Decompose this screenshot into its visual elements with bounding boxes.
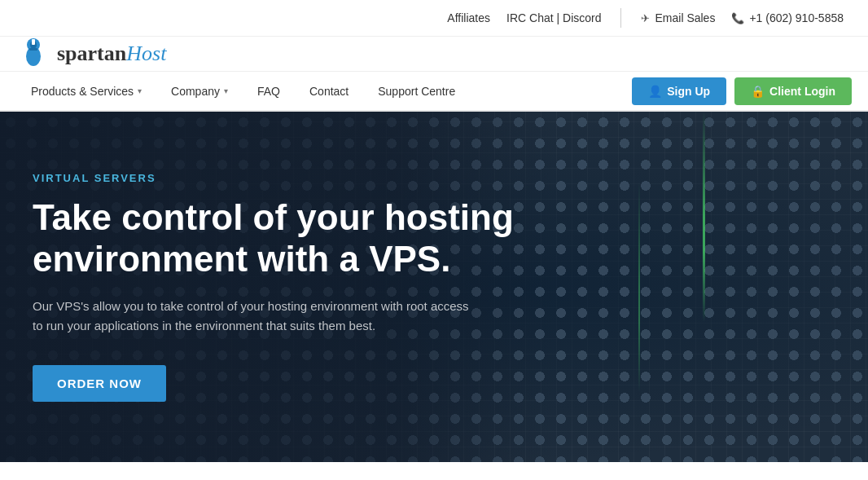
hero-eyebrow: VIRTUAL SERVERS (33, 172, 521, 184)
nav-contact[interactable]: Contact (295, 71, 363, 112)
logo[interactable]: spartanHost (16, 37, 166, 71)
nav-links: Products & Services ▾ Company ▾ FAQ Cont… (16, 71, 632, 112)
email-icon: ✈ (641, 12, 650, 24)
logo-text: spartanHost (57, 42, 166, 66)
hero-accent-line-1 (703, 112, 705, 462)
nav-company[interactable]: Company ▾ (156, 71, 243, 112)
top-bar-divider (620, 8, 621, 28)
hero-accent-line-2 (638, 112, 640, 462)
nav-faq[interactable]: FAQ (243, 71, 295, 112)
affiliates-link[interactable]: Affiliates (447, 11, 490, 24)
top-bar-links: Affiliates IRC Chat | Discord (447, 11, 601, 24)
hero-title: Take control of your hosting environment… (33, 197, 521, 280)
email-link[interactable]: Email Sales (655, 11, 715, 24)
phone-contact: 📞 +1 (602) 910-5858 (731, 11, 844, 24)
order-now-button[interactable]: ORDER NOW (33, 365, 166, 402)
nav-support[interactable]: Support Centre (363, 71, 470, 112)
top-bar: Affiliates IRC Chat | Discord ✈ Email Sa… (0, 0, 868, 37)
nav-products[interactable]: Products & Services ▾ (16, 71, 156, 112)
lock-icon: 🔒 (751, 85, 765, 98)
phone-link[interactable]: +1 (602) 910-5858 (749, 11, 844, 24)
hero-content: VIRTUAL SERVERS Take control of your hos… (0, 172, 554, 401)
company-chevron-icon: ▾ (224, 86, 228, 95)
phone-icon: 📞 (731, 12, 744, 24)
signup-button[interactable]: 👤 Sign Up (632, 77, 726, 105)
nav-buttons: 👤 Sign Up 🔒 Client Login (632, 77, 852, 105)
navbar: Products & Services ▾ Company ▾ FAQ Cont… (0, 71, 868, 112)
irc-link[interactable]: IRC Chat | Discord (506, 11, 601, 24)
top-bar-contact: ✈ Email Sales 📞 +1 (602) 910-5858 (641, 11, 844, 24)
products-chevron-icon: ▾ (138, 86, 142, 95)
hero-section: VIRTUAL SERVERS Take control of your hos… (0, 112, 868, 462)
svg-rect-4 (32, 39, 35, 45)
header: spartanHost (0, 37, 868, 71)
email-contact: ✈ Email Sales (641, 11, 715, 24)
user-icon: 👤 (648, 85, 662, 98)
login-button[interactable]: 🔒 Client Login (734, 77, 852, 105)
spartan-helmet-icon (16, 37, 50, 71)
hero-subtitle: Our VPS's allow you to take control of y… (33, 297, 472, 336)
